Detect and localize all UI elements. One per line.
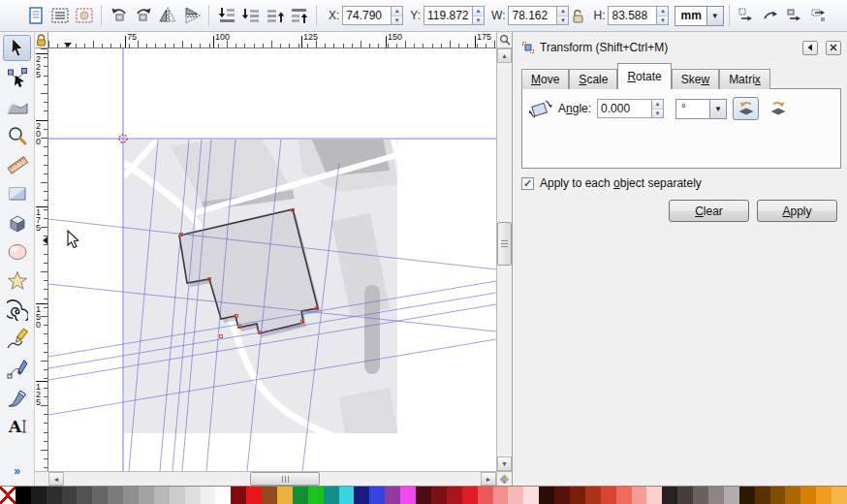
palette-swatch[interactable] xyxy=(662,487,677,504)
tool-tweak[interactable] xyxy=(3,93,31,119)
palette-swatch[interactable] xyxy=(785,487,800,504)
dock-collapse-button[interactable] xyxy=(802,41,818,55)
x-input[interactable]: 74.790 xyxy=(342,6,391,25)
palette-swatch[interactable] xyxy=(523,487,539,504)
palette-swatch[interactable] xyxy=(31,487,47,504)
apply-button[interactable]: Apply xyxy=(757,200,837,222)
select-all-layers-button[interactable] xyxy=(47,4,72,28)
palette-swatch[interactable] xyxy=(385,487,400,504)
palette-swatch[interactable] xyxy=(47,487,62,504)
units-dropdown[interactable]: mm ▼ xyxy=(674,6,723,26)
palette-swatch[interactable] xyxy=(677,487,693,504)
scroll-right-button[interactable]: ► xyxy=(481,472,496,486)
scroll-down-button[interactable]: ▼ xyxy=(497,457,512,471)
horizontal-ruler[interactable]: 75100125150175 xyxy=(48,32,496,48)
palette-swatch[interactable] xyxy=(123,487,139,504)
palette-swatch[interactable] xyxy=(400,487,416,504)
palette-swatch[interactable] xyxy=(646,487,662,504)
flip-horizontal-button[interactable] xyxy=(155,4,179,28)
palette-swatch-none[interactable] xyxy=(0,487,16,504)
width-input[interactable]: 78.162 xyxy=(508,6,556,25)
palette-swatch[interactable] xyxy=(447,487,462,504)
palette-swatch[interactable] xyxy=(601,487,616,504)
height-input[interactable]: 83.588 xyxy=(608,6,656,25)
tab-scale[interactable]: Scale xyxy=(569,69,617,89)
palette-swatch[interactable] xyxy=(231,487,246,504)
lock-ratio-button[interactable] xyxy=(569,4,586,28)
tool-node-editor[interactable] xyxy=(3,64,31,90)
transform-patterns-toggle[interactable] xyxy=(807,4,831,28)
tab-skew[interactable]: Skew xyxy=(672,69,719,89)
angle-units-dropdown[interactable]: ° ▼ xyxy=(675,99,727,119)
lower-one-step-button[interactable] xyxy=(238,4,263,28)
toolbox-more-button[interactable]: » xyxy=(14,464,20,486)
angle-input[interactable]: 0.000 xyxy=(597,99,651,118)
palette-swatch[interactable] xyxy=(693,487,708,504)
palette-swatch[interactable] xyxy=(478,487,493,504)
palette-swatch[interactable] xyxy=(324,487,339,504)
lower-to-bottom-button[interactable] xyxy=(214,4,238,28)
tool-spiral[interactable] xyxy=(3,297,31,323)
tool-box3d[interactable] xyxy=(3,209,31,236)
palette-swatch[interactable] xyxy=(369,487,385,504)
canvas[interactable] xyxy=(48,48,496,471)
tool-zoom[interactable] xyxy=(3,122,31,148)
palette-swatch[interactable] xyxy=(462,487,478,504)
tool-calligraphy[interactable] xyxy=(3,384,31,410)
lock-guides-button[interactable] xyxy=(35,32,48,48)
horizontal-scrollbar[interactable]: ◄ ► xyxy=(48,472,496,486)
transform-stroke-toggle[interactable] xyxy=(735,4,759,28)
x-spinner[interactable]: ▲▼ xyxy=(391,6,403,25)
color-managed-view-button[interactable] xyxy=(497,471,512,486)
palette-swatch[interactable] xyxy=(632,487,647,504)
palette-swatch[interactable] xyxy=(339,487,355,504)
palette-swatch[interactable] xyxy=(800,487,816,504)
apply-separately-checkbox[interactable]: ✓ xyxy=(521,177,534,190)
vscroll-thumb[interactable] xyxy=(497,222,512,266)
height-spinner[interactable]: ▲▼ xyxy=(656,6,669,25)
palette-swatch[interactable] xyxy=(585,487,601,504)
tab-matrix[interactable]: Matrix xyxy=(719,69,770,89)
palette-swatch[interactable] xyxy=(139,487,154,504)
rotate-cw-button[interactable] xyxy=(131,4,155,28)
y-input[interactable]: 119.872 xyxy=(424,6,472,25)
palette-swatch[interactable] xyxy=(755,487,770,504)
y-spinner[interactable]: ▲▼ xyxy=(472,6,485,25)
tool-measure[interactable] xyxy=(3,151,31,177)
palette-swatch[interactable] xyxy=(77,487,92,504)
palette-swatch[interactable] xyxy=(277,487,293,504)
palette-swatch[interactable] xyxy=(154,487,170,504)
palette-swatch[interactable] xyxy=(62,487,78,504)
palette-swatch[interactable] xyxy=(293,487,308,504)
palette-swatch[interactable] xyxy=(92,487,108,504)
rotate-ccw-button[interactable] xyxy=(107,4,131,28)
hscroll-track[interactable] xyxy=(64,472,481,486)
palette-swatch[interactable] xyxy=(108,487,123,504)
raise-to-top-button[interactable] xyxy=(287,4,311,28)
vertical-ruler[interactable]: 225200175150125 xyxy=(35,48,48,471)
tool-pen[interactable] xyxy=(3,355,31,381)
dialog-close-button[interactable] xyxy=(826,41,841,55)
palette-swatch[interactable] xyxy=(354,487,369,504)
tool-pencil[interactable] xyxy=(3,326,31,352)
tab-move[interactable]: Move xyxy=(521,69,569,89)
palette-swatch[interactable] xyxy=(215,487,231,504)
rotate-counterclockwise-toggle[interactable] xyxy=(733,97,759,120)
palette-swatch[interactable] xyxy=(539,487,554,504)
tool-selector[interactable] xyxy=(3,35,31,61)
palette-swatch[interactable] xyxy=(508,487,523,504)
angle-spinner[interactable]: ▲▼ xyxy=(651,99,664,118)
tab-rotate[interactable]: Rotate xyxy=(617,63,671,89)
rotate-clockwise-toggle[interactable] xyxy=(765,97,791,120)
palette-swatch[interactable] xyxy=(431,487,447,504)
palette-swatch[interactable] xyxy=(493,487,509,504)
width-spinner[interactable]: ▲▼ xyxy=(556,6,569,25)
palette-swatch[interactable] xyxy=(770,487,786,504)
palette-swatch[interactable] xyxy=(308,487,324,504)
select-all-button[interactable] xyxy=(23,4,47,28)
palette-swatch[interactable] xyxy=(262,487,277,504)
palette-swatch[interactable] xyxy=(416,487,431,504)
palette-swatch[interactable] xyxy=(708,487,724,504)
tool-ellipse[interactable] xyxy=(3,238,31,265)
flip-vertical-button[interactable] xyxy=(179,4,204,28)
